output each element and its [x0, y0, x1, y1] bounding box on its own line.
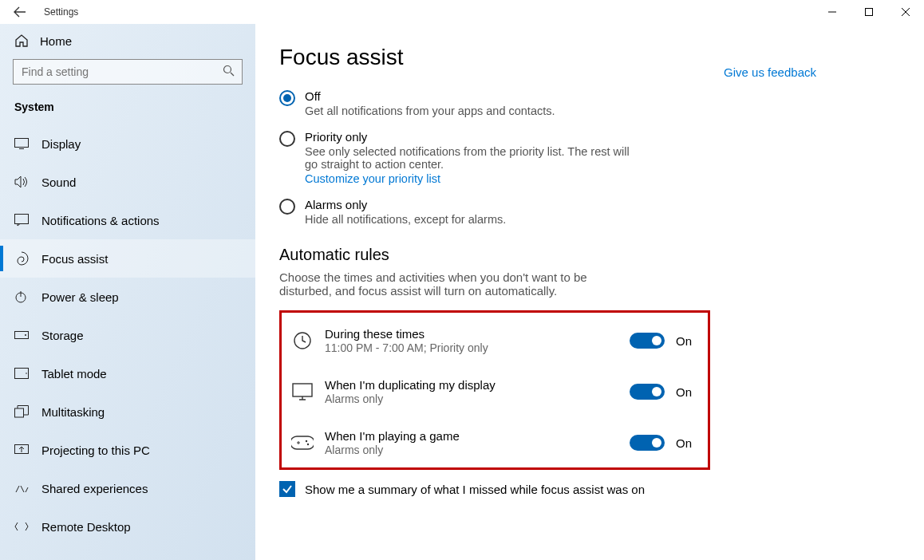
svg-point-13 — [306, 440, 307, 442]
summary-checkbox-row[interactable]: Show me a summary of what I missed while… — [279, 481, 726, 497]
sidebar-item-display[interactable]: Display — [0, 124, 255, 163]
feedback-link[interactable]: Give us feedback — [724, 65, 816, 79]
sidebar-item-tablet[interactable]: Tablet mode — [0, 354, 255, 392]
sidebar: Home System Display Sound Notifications … — [0, 24, 255, 560]
sidebar-item-multitasking[interactable]: Multitasking — [0, 392, 255, 431]
rule-title: When I'm playing a game — [325, 429, 622, 443]
sidebar-item-label: Display — [41, 137, 81, 151]
automatic-rules-desc: Choose the times and activities when you… — [279, 270, 638, 298]
maximize-button[interactable] — [851, 0, 887, 24]
sidebar-item-storage[interactable]: Storage — [0, 316, 255, 354]
tablet-icon — [14, 368, 32, 379]
svg-point-14 — [307, 444, 309, 445]
close-icon — [902, 8, 910, 16]
sidebar-item-label: Shared experiences — [41, 482, 148, 495]
rule-duplicating-display[interactable]: When I'm duplicating my display Alarms o… — [290, 370, 700, 413]
radio-desc: Hide all notifications, except for alarm… — [305, 213, 506, 226]
toggle-label: On — [676, 385, 698, 399]
radio-button-priority[interactable] — [279, 131, 295, 147]
summary-checkbox-label: Show me a summary of what I missed while… — [305, 483, 645, 496]
svg-rect-3 — [15, 215, 29, 224]
sidebar-nav: Display Sound Notifications & actions Fo… — [0, 124, 255, 546]
sidebar-home[interactable]: Home — [0, 24, 255, 57]
toggle-label: On — [676, 334, 698, 348]
sidebar-category: System — [0, 96, 255, 124]
radio-label: Priority only — [305, 130, 640, 144]
sidebar-home-label: Home — [40, 34, 72, 48]
sidebar-item-label: Focus assist — [41, 252, 108, 266]
minimize-icon — [828, 8, 836, 16]
gamepad-icon — [291, 432, 314, 454]
radio-button-off[interactable] — [279, 90, 295, 106]
radio-button-alarms[interactable] — [279, 199, 295, 215]
svg-rect-0 — [866, 9, 873, 16]
svg-point-6 — [25, 334, 26, 336]
sidebar-item-sound[interactable]: Sound — [0, 163, 255, 201]
rule-sub: Alarms only — [325, 392, 622, 405]
summary-checkbox[interactable] — [279, 481, 295, 497]
sidebar-item-label: Multitasking — [41, 405, 105, 419]
toggle-during-times[interactable] — [630, 333, 665, 349]
home-icon — [14, 34, 32, 48]
minimize-button[interactable] — [814, 0, 851, 24]
sidebar-item-label: Remote Desktop — [41, 520, 131, 534]
rule-title: During these times — [325, 327, 622, 341]
sidebar-item-label: Sound — [41, 175, 76, 189]
titlebar: Settings — [0, 0, 924, 24]
notifications-icon — [14, 214, 32, 227]
rule-during-times[interactable]: During these times 11:00 PM - 7:00 AM; P… — [290, 319, 700, 362]
display-icon — [14, 138, 32, 149]
rule-sub: 11:00 PM - 7:00 AM; Priority only — [325, 341, 622, 354]
close-button[interactable] — [887, 0, 924, 24]
sidebar-item-label: Notifications & actions — [41, 214, 160, 227]
svg-point-8 — [26, 373, 27, 374]
toggle-playing-game[interactable] — [630, 435, 665, 451]
customize-priority-link[interactable]: Customize your priority list — [305, 172, 640, 185]
sidebar-item-label: Power & sleep — [41, 290, 119, 304]
rule-title: When I'm duplicating my display — [325, 378, 622, 392]
radio-desc: Get all notifications from your apps and… — [305, 105, 555, 117]
sidebar-item-shared[interactable]: Shared experiences — [0, 469, 255, 507]
sidebar-item-power[interactable]: Power & sleep — [0, 278, 255, 316]
storage-icon — [14, 331, 32, 339]
radio-desc: See only selected notifications from the… — [305, 145, 640, 171]
window-title: Settings — [44, 6, 78, 18]
sidebar-item-notifications[interactable]: Notifications & actions — [0, 201, 255, 239]
sound-icon — [14, 175, 32, 188]
sidebar-item-label: Tablet mode — [41, 367, 107, 381]
svg-rect-9 — [15, 408, 24, 417]
rule-playing-game[interactable]: When I'm playing a game Alarms only On — [290, 421, 700, 464]
power-icon — [14, 290, 32, 303]
radio-label: Off — [305, 89, 555, 103]
sidebar-item-projecting[interactable]: Projecting to this PC — [0, 431, 255, 469]
shared-icon — [14, 483, 32, 494]
radio-option-priority[interactable]: Priority only See only selected notifica… — [279, 130, 710, 185]
svg-rect-2 — [15, 139, 29, 148]
back-button[interactable] — [4, 6, 36, 18]
sidebar-item-label: Storage — [41, 329, 84, 342]
multitasking-icon — [14, 405, 32, 418]
rules-highlight-box: During these times 11:00 PM - 7:00 AM; P… — [279, 310, 710, 470]
sidebar-item-focus-assist[interactable]: Focus assist — [0, 239, 255, 278]
svg-rect-12 — [293, 384, 312, 396]
sidebar-item-remote[interactable]: Remote Desktop — [0, 507, 255, 546]
projecting-icon — [14, 444, 32, 455]
rule-sub: Alarms only — [325, 444, 622, 456]
radio-option-alarms[interactable]: Alarms only Hide all notifications, exce… — [279, 198, 710, 226]
toggle-label: On — [676, 436, 698, 450]
check-icon — [282, 483, 293, 495]
clock-icon — [291, 329, 314, 352]
toggle-duplicating-display[interactable] — [630, 384, 665, 400]
maximize-icon — [865, 8, 873, 16]
focus-assist-radio-group: Off Get all notifications from your apps… — [279, 89, 710, 226]
back-arrow-icon — [14, 6, 26, 18]
radio-label: Alarms only — [305, 198, 506, 211]
main-content: Focus assist Give us feedback Off Get al… — [255, 24, 924, 560]
sidebar-item-label: Projecting to this PC — [41, 444, 150, 457]
automatic-rules-title: Automatic rules — [279, 246, 900, 264]
focus-assist-icon — [14, 251, 32, 266]
search-input[interactable] — [13, 59, 243, 85]
monitor-icon — [291, 381, 314, 403]
remote-icon — [14, 521, 32, 532]
radio-option-off[interactable]: Off Get all notifications from your apps… — [279, 89, 710, 117]
